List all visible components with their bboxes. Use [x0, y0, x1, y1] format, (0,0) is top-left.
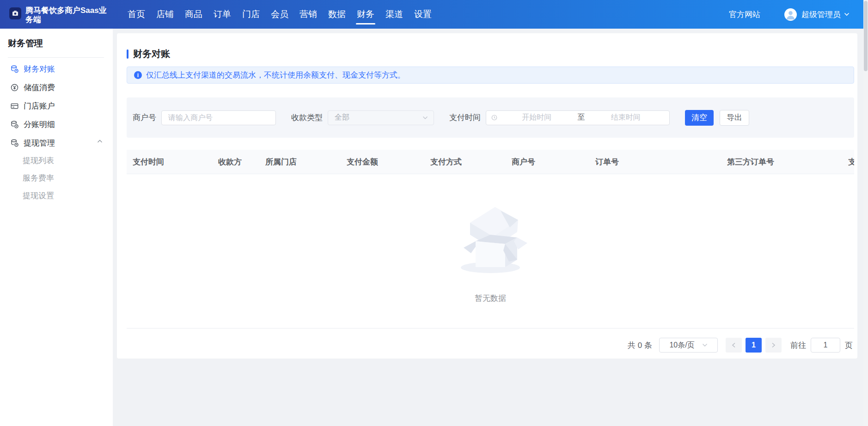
goto-label: 前往 — [790, 340, 806, 351]
scrollbar-track[interactable] — [863, 0, 868, 426]
sidebar-item-label: 财务对账 — [24, 64, 55, 74]
col-merchant-id: 商户号 — [506, 157, 589, 167]
nav-item-orders[interactable]: 订单 — [208, 0, 237, 29]
col-pay-time: 支付时间 — [127, 157, 212, 167]
chevron-down-icon — [422, 116, 428, 120]
next-page-button[interactable] — [765, 338, 782, 353]
col-payee: 收款方 — [212, 157, 259, 167]
clear-button[interactable]: 清空 — [685, 110, 714, 126]
sidebar-item-finance-reconciliation[interactable]: 财务对账 — [0, 60, 113, 78]
reconciliation-table: 支付时间 收款方 所属门店 支付金额 支付方式 商户号 订单号 第三方订单号 支… — [127, 150, 854, 329]
total-count: 共 0 条 — [628, 340, 652, 351]
empty-state: 暂无数据 — [127, 174, 854, 328]
nav-item-data[interactable]: 数据 — [323, 0, 351, 29]
sidebar-item-withdraw-settings[interactable]: 提现设置 — [23, 187, 75, 205]
goto-page-input[interactable] — [811, 338, 840, 353]
chevron-up-icon[interactable] — [97, 140, 103, 143]
sidebar-item-label: 储值消费 — [24, 82, 55, 93]
clock-icon — [491, 114, 498, 121]
sidebar: 财务管理 财务对账 储值消费 门店账户 分账明细 提现管理 提现 — [0, 29, 113, 426]
info-alert: i 仅汇总线上支付渠道的交易流水，不统计使用余额支付、现金支付等方式。 — [127, 67, 854, 84]
nav-item-settings[interactable]: 设置 — [409, 0, 437, 29]
nav-item-channels[interactable]: 渠道 — [380, 0, 409, 29]
sidebar-item-split-details[interactable]: 分账明细 — [0, 115, 113, 134]
avatar[interactable] — [784, 8, 797, 21]
pagination: 共 0 条 10条/页 1 前往 页 — [117, 329, 857, 359]
col-third-party-order-id: 第三方订单号 — [721, 157, 842, 167]
scrollbar-thumb[interactable] — [864, 1, 868, 71]
pay-type-value: 全部 — [335, 113, 422, 122]
coins-icon — [10, 138, 19, 147]
pay-time-label: 支付时间 — [449, 112, 481, 123]
chevron-down-icon — [702, 343, 708, 347]
col-pay-status: 支付状态 — [842, 157, 854, 167]
filter-bar: 商户号 收款类型 全部 支付时间 开始时间 至 结束时间 清空 导出 — [127, 97, 854, 138]
col-order-id: 订单号 — [589, 157, 721, 167]
sidebar-item-service-rate[interactable]: 服务费率 — [23, 170, 75, 187]
content-card: 财务对账 i 仅汇总线上支付渠道的交易流水，不统计使用余额支付、现金支付等方式。… — [117, 33, 857, 359]
user-icon — [784, 8, 797, 21]
coins-icon — [10, 64, 19, 73]
sidebar-item-stored-value[interactable]: 储值消费 — [0, 78, 113, 97]
sidebar-item-store-account[interactable]: 门店账户 — [0, 97, 113, 115]
start-time-placeholder[interactable]: 开始时间 — [498, 113, 576, 122]
top-nav: 首页 店铺 商品 订单 门店 会员 营销 数据 财务 渠道 设置 — [122, 0, 437, 29]
alert-text: 仅汇总线上支付渠道的交易流水，不统计使用余额支付、现金支付等方式。 — [146, 70, 405, 80]
empty-box-illustration — [452, 199, 528, 275]
nav-item-finance[interactable]: 财务 — [351, 0, 380, 29]
pay-type-select[interactable]: 全部 — [328, 110, 434, 125]
sidebar-title: 财务管理 — [8, 37, 113, 49]
app-title: 腾马餐饮多商户Saas业务端 — [25, 6, 114, 24]
page-title-row: 财务对账 — [127, 48, 854, 60]
empty-text: 暂无数据 — [475, 293, 506, 304]
main-content: 财务对账 i 仅汇总线上支付渠道的交易流水，不统计使用余额支付、现金支付等方式。… — [113, 29, 868, 426]
col-amount: 支付金额 — [341, 157, 424, 167]
app-logo: 腾马餐饮多商户Saas业务端 — [9, 5, 116, 24]
logo-icon — [9, 7, 21, 19]
chevron-left-icon — [732, 342, 736, 348]
withdraw-submenu: 提现列表 服务费率 提现设置 — [0, 152, 113, 205]
col-store: 所属门店 — [259, 157, 341, 167]
info-icon: i — [134, 71, 142, 79]
current-user-name[interactable]: 超级管理员 — [801, 9, 841, 20]
page-unit-label: 页 — [845, 340, 853, 351]
end-time-placeholder[interactable]: 结束时间 — [587, 113, 665, 122]
chevron-right-icon — [771, 342, 776, 348]
page-number-button[interactable]: 1 — [746, 338, 762, 353]
prev-page-button[interactable] — [726, 338, 742, 353]
nav-item-marketing[interactable]: 营销 — [294, 0, 323, 29]
pay-type-label: 收款类型 — [291, 112, 323, 123]
official-site-link[interactable]: 官方网站 — [729, 9, 760, 20]
nav-item-goods[interactable]: 商品 — [179, 0, 208, 29]
nav-item-shop[interactable]: 店铺 — [151, 0, 179, 29]
export-button[interactable]: 导出 — [720, 110, 749, 126]
page-title: 财务对账 — [133, 48, 170, 60]
divider — [8, 57, 104, 58]
card-icon — [10, 101, 19, 110]
sidebar-item-label: 门店账户 — [24, 101, 55, 111]
pager: 1 — [726, 338, 782, 353]
col-pay-method: 支付方式 — [424, 157, 506, 167]
sidebar-item-withdraw-management[interactable]: 提现管理 — [0, 134, 113, 152]
page-size-value: 10条/页 — [669, 341, 694, 350]
chevron-down-icon[interactable] — [844, 12, 850, 16]
nav-item-home[interactable]: 首页 — [122, 0, 151, 29]
table-header-row: 支付时间 收款方 所属门店 支付金额 支付方式 商户号 订单号 第三方订单号 支… — [127, 150, 854, 174]
nav-item-stores[interactable]: 门店 — [237, 0, 265, 29]
yen-circle-icon — [10, 83, 19, 92]
sidebar-item-label: 提现管理 — [24, 138, 55, 148]
nav-item-members[interactable]: 会员 — [265, 0, 294, 29]
app-header: 腾马餐饮多商户Saas业务端 首页 店铺 商品 订单 门店 会员 营销 数据 财… — [0, 0, 868, 29]
header-right: 官方网站 超级管理员 — [729, 8, 850, 21]
pay-time-range-picker[interactable]: 开始时间 至 结束时间 — [486, 110, 670, 125]
merchant-id-label: 商户号 — [133, 112, 156, 123]
title-accent-bar — [127, 49, 128, 59]
merchant-id-input[interactable] — [161, 110, 276, 125]
coins-icon — [10, 120, 19, 129]
page-size-select[interactable]: 10条/页 — [659, 338, 718, 353]
range-separator: 至 — [576, 113, 587, 122]
sidebar-item-withdraw-list[interactable]: 提现列表 — [23, 152, 75, 170]
sidebar-item-label: 分账明细 — [24, 119, 55, 130]
